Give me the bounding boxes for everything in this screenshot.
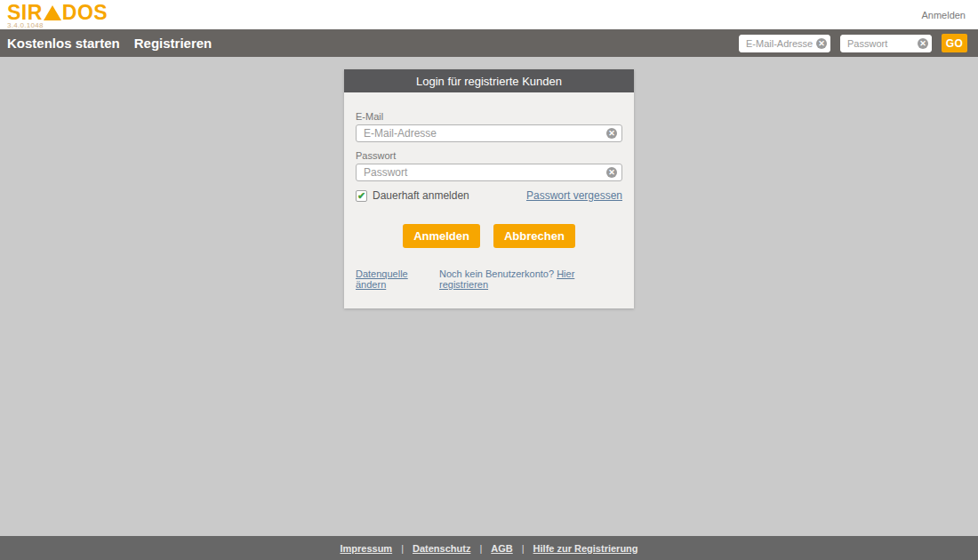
navbar-quick-login: ✕ ✕ GO [739,34,967,52]
footer-separator: | [401,543,404,554]
buttons-row: Anmelden Abbrechen [356,224,622,248]
app-version: 3.4.0.1048 [7,22,108,29]
logo-text-dos: DOS [62,4,108,21]
clear-password-field-icon[interactable]: ✕ [606,167,617,178]
email-field-wrap: ✕ [356,124,622,142]
top-bar: SIR DOS 3.4.0.1048 Anmelden [0,0,978,29]
footer-link-agb[interactable]: AGB [491,543,512,554]
footer-bar: Impressum | Datenschutz | AGB | Hilfe zu… [0,536,978,560]
remember-me-checkbox[interactable]: ✔ [356,190,367,202]
nav-item-kostenlos-starten[interactable]: Kostenlos starten [7,36,120,51]
clear-email-field-icon[interactable]: ✕ [606,128,617,139]
bottom-links-row: Datenquelle ändern Noch kein Benutzerkon… [356,268,622,290]
clear-email-icon[interactable]: ✕ [816,38,827,49]
password-label: Passwort [356,150,622,161]
main-navbar: Kostenlos starten Registrieren ✕ ✕ GO [0,29,978,57]
password-field-wrap: ✕ [356,164,622,181]
footer-link-hilfe-zur-registrierung[interactable]: Hilfe zur Registrierung [533,543,638,554]
abbrechen-button[interactable]: Abbrechen [493,224,575,248]
password-field[interactable] [356,164,622,181]
topbar-anmelden-link[interactable]: Anmelden [921,10,966,20]
register-prompt: Noch kein Benutzerkonto? Hier registrier… [439,268,622,290]
footer-link-impressum[interactable]: Impressum [340,543,392,554]
logo-row: SIR DOS [7,4,108,21]
logo-text-sir: SIR [7,4,43,21]
forgot-password-link[interactable]: Passwort vergessen [526,189,622,202]
login-panel-body: E-Mail ✕ Passwort ✕ ✔ Dauerhaft anmelden… [344,92,634,308]
remember-me-control[interactable]: ✔ Dauerhaft anmelden [356,189,469,202]
clear-password-icon[interactable]: ✕ [918,38,928,49]
navbar-left: Kostenlos starten Registrieren [7,36,212,51]
email-label: E-Mail [356,111,622,122]
anmelden-button[interactable]: Anmelden [403,224,480,248]
siradS-logo[interactable]: SIR DOS 3.4.0.1048 [7,4,108,29]
nav-email-wrap: ✕ [739,35,830,52]
login-panel-title: Login für registrierte Kunden [344,69,634,92]
login-panel: Login für registrierte Kunden E-Mail ✕ P… [344,69,634,308]
remember-me-label: Dauerhaft anmelden [373,189,469,202]
options-row: ✔ Dauerhaft anmelden Passwort vergessen [356,189,622,202]
footer-separator: | [479,543,482,554]
nav-item-registrieren[interactable]: Registrieren [134,36,212,51]
datasource-link[interactable]: Datenquelle ändern [356,268,439,290]
nav-password-wrap: ✕ [840,35,932,52]
go-button[interactable]: GO [942,34,967,52]
footer-separator: | [522,543,525,554]
page-background: Login für registrierte Kunden E-Mail ✕ P… [0,57,978,536]
email-field[interactable] [356,124,622,142]
logo-triangle-icon [44,5,61,20]
register-question: Noch kein Benutzerkonto? [439,268,554,279]
footer-link-datenschutz[interactable]: Datenschutz [413,543,470,554]
